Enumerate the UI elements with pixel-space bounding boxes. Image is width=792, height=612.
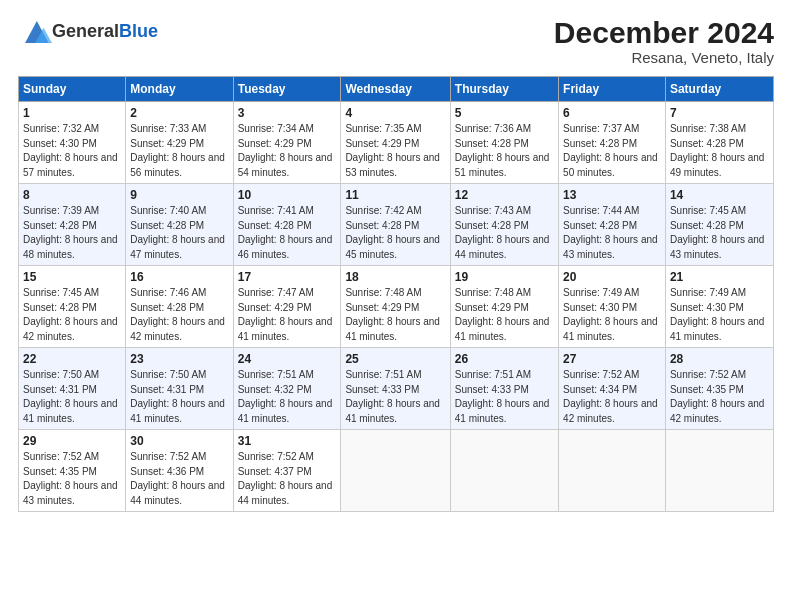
day-number: 11 bbox=[345, 188, 445, 202]
calendar-cell: 17 Sunrise: 7:47 AM Sunset: 4:29 PM Dayl… bbox=[233, 266, 341, 348]
calendar-cell: 24 Sunrise: 7:51 AM Sunset: 4:32 PM Dayl… bbox=[233, 348, 341, 430]
calendar-cell: 4 Sunrise: 7:35 AM Sunset: 4:29 PM Dayli… bbox=[341, 102, 450, 184]
calendar-cell: 5 Sunrise: 7:36 AM Sunset: 4:28 PM Dayli… bbox=[450, 102, 558, 184]
day-number: 28 bbox=[670, 352, 769, 366]
calendar-cell: 6 Sunrise: 7:37 AM Sunset: 4:28 PM Dayli… bbox=[559, 102, 666, 184]
day-number: 8 bbox=[23, 188, 121, 202]
day-info: Sunrise: 7:33 AM Sunset: 4:29 PM Dayligh… bbox=[130, 122, 228, 180]
calendar-cell: 21 Sunrise: 7:49 AM Sunset: 4:30 PM Dayl… bbox=[665, 266, 773, 348]
day-info: Sunrise: 7:39 AM Sunset: 4:28 PM Dayligh… bbox=[23, 204, 121, 262]
calendar-cell: 22 Sunrise: 7:50 AM Sunset: 4:31 PM Dayl… bbox=[19, 348, 126, 430]
calendar-cell: 19 Sunrise: 7:48 AM Sunset: 4:29 PM Dayl… bbox=[450, 266, 558, 348]
day-number: 31 bbox=[238, 434, 337, 448]
day-info: Sunrise: 7:41 AM Sunset: 4:28 PM Dayligh… bbox=[238, 204, 337, 262]
calendar-cell: 14 Sunrise: 7:45 AM Sunset: 4:28 PM Dayl… bbox=[665, 184, 773, 266]
calendar-cell bbox=[341, 430, 450, 512]
day-number: 6 bbox=[563, 106, 661, 120]
calendar-cell: 31 Sunrise: 7:52 AM Sunset: 4:37 PM Dayl… bbox=[233, 430, 341, 512]
day-number: 29 bbox=[23, 434, 121, 448]
calendar-subtitle: Resana, Veneto, Italy bbox=[554, 49, 774, 66]
col-wednesday: Wednesday bbox=[341, 77, 450, 102]
day-number: 22 bbox=[23, 352, 121, 366]
day-info: Sunrise: 7:48 AM Sunset: 4:29 PM Dayligh… bbox=[455, 286, 554, 344]
calendar-cell: 28 Sunrise: 7:52 AM Sunset: 4:35 PM Dayl… bbox=[665, 348, 773, 430]
page: GeneralBlue December 2024 Resana, Veneto… bbox=[0, 0, 792, 612]
day-info: Sunrise: 7:52 AM Sunset: 4:35 PM Dayligh… bbox=[23, 450, 121, 508]
day-info: Sunrise: 7:37 AM Sunset: 4:28 PM Dayligh… bbox=[563, 122, 661, 180]
day-info: Sunrise: 7:49 AM Sunset: 4:30 PM Dayligh… bbox=[563, 286, 661, 344]
day-number: 10 bbox=[238, 188, 337, 202]
logo-icon bbox=[20, 16, 52, 48]
day-number: 26 bbox=[455, 352, 554, 366]
day-info: Sunrise: 7:52 AM Sunset: 4:35 PM Dayligh… bbox=[670, 368, 769, 426]
day-number: 7 bbox=[670, 106, 769, 120]
day-info: Sunrise: 7:52 AM Sunset: 4:36 PM Dayligh… bbox=[130, 450, 228, 508]
col-sunday: Sunday bbox=[19, 77, 126, 102]
day-number: 15 bbox=[23, 270, 121, 284]
day-info: Sunrise: 7:32 AM Sunset: 4:30 PM Dayligh… bbox=[23, 122, 121, 180]
calendar-cell: 25 Sunrise: 7:51 AM Sunset: 4:33 PM Dayl… bbox=[341, 348, 450, 430]
logo-blue-text: Blue bbox=[119, 21, 158, 41]
day-info: Sunrise: 7:50 AM Sunset: 4:31 PM Dayligh… bbox=[23, 368, 121, 426]
calendar-week-row: 8 Sunrise: 7:39 AM Sunset: 4:28 PM Dayli… bbox=[19, 184, 774, 266]
calendar-cell: 8 Sunrise: 7:39 AM Sunset: 4:28 PM Dayli… bbox=[19, 184, 126, 266]
day-number: 21 bbox=[670, 270, 769, 284]
header: GeneralBlue December 2024 Resana, Veneto… bbox=[18, 16, 774, 66]
calendar-week-row: 15 Sunrise: 7:45 AM Sunset: 4:28 PM Dayl… bbox=[19, 266, 774, 348]
day-number: 17 bbox=[238, 270, 337, 284]
calendar-cell: 27 Sunrise: 7:52 AM Sunset: 4:34 PM Dayl… bbox=[559, 348, 666, 430]
col-saturday: Saturday bbox=[665, 77, 773, 102]
day-number: 3 bbox=[238, 106, 337, 120]
day-info: Sunrise: 7:49 AM Sunset: 4:30 PM Dayligh… bbox=[670, 286, 769, 344]
day-number: 9 bbox=[130, 188, 228, 202]
calendar-cell bbox=[450, 430, 558, 512]
day-info: Sunrise: 7:42 AM Sunset: 4:28 PM Dayligh… bbox=[345, 204, 445, 262]
calendar-cell bbox=[665, 430, 773, 512]
day-number: 13 bbox=[563, 188, 661, 202]
calendar-cell bbox=[559, 430, 666, 512]
day-info: Sunrise: 7:52 AM Sunset: 4:37 PM Dayligh… bbox=[238, 450, 337, 508]
calendar-cell: 1 Sunrise: 7:32 AM Sunset: 4:30 PM Dayli… bbox=[19, 102, 126, 184]
day-info: Sunrise: 7:48 AM Sunset: 4:29 PM Dayligh… bbox=[345, 286, 445, 344]
calendar-cell: 12 Sunrise: 7:43 AM Sunset: 4:28 PM Dayl… bbox=[450, 184, 558, 266]
day-number: 20 bbox=[563, 270, 661, 284]
day-info: Sunrise: 7:51 AM Sunset: 4:33 PM Dayligh… bbox=[455, 368, 554, 426]
day-number: 4 bbox=[345, 106, 445, 120]
calendar-table: Sunday Monday Tuesday Wednesday Thursday… bbox=[18, 76, 774, 512]
day-info: Sunrise: 7:51 AM Sunset: 4:32 PM Dayligh… bbox=[238, 368, 337, 426]
calendar-cell: 7 Sunrise: 7:38 AM Sunset: 4:28 PM Dayli… bbox=[665, 102, 773, 184]
calendar-header-row: Sunday Monday Tuesday Wednesday Thursday… bbox=[19, 77, 774, 102]
day-number: 25 bbox=[345, 352, 445, 366]
day-info: Sunrise: 7:40 AM Sunset: 4:28 PM Dayligh… bbox=[130, 204, 228, 262]
day-number: 2 bbox=[130, 106, 228, 120]
calendar-week-row: 29 Sunrise: 7:52 AM Sunset: 4:35 PM Dayl… bbox=[19, 430, 774, 512]
day-number: 24 bbox=[238, 352, 337, 366]
day-number: 27 bbox=[563, 352, 661, 366]
calendar-cell: 18 Sunrise: 7:48 AM Sunset: 4:29 PM Dayl… bbox=[341, 266, 450, 348]
day-info: Sunrise: 7:50 AM Sunset: 4:31 PM Dayligh… bbox=[130, 368, 228, 426]
day-info: Sunrise: 7:45 AM Sunset: 4:28 PM Dayligh… bbox=[670, 204, 769, 262]
calendar-title: December 2024 bbox=[554, 16, 774, 49]
day-info: Sunrise: 7:44 AM Sunset: 4:28 PM Dayligh… bbox=[563, 204, 661, 262]
day-info: Sunrise: 7:35 AM Sunset: 4:29 PM Dayligh… bbox=[345, 122, 445, 180]
calendar-cell: 16 Sunrise: 7:46 AM Sunset: 4:28 PM Dayl… bbox=[126, 266, 233, 348]
day-info: Sunrise: 7:43 AM Sunset: 4:28 PM Dayligh… bbox=[455, 204, 554, 262]
day-number: 19 bbox=[455, 270, 554, 284]
calendar-cell: 10 Sunrise: 7:41 AM Sunset: 4:28 PM Dayl… bbox=[233, 184, 341, 266]
day-info: Sunrise: 7:51 AM Sunset: 4:33 PM Dayligh… bbox=[345, 368, 445, 426]
day-info: Sunrise: 7:46 AM Sunset: 4:28 PM Dayligh… bbox=[130, 286, 228, 344]
day-info: Sunrise: 7:34 AM Sunset: 4:29 PM Dayligh… bbox=[238, 122, 337, 180]
day-number: 1 bbox=[23, 106, 121, 120]
calendar-cell: 13 Sunrise: 7:44 AM Sunset: 4:28 PM Dayl… bbox=[559, 184, 666, 266]
calendar-cell: 9 Sunrise: 7:40 AM Sunset: 4:28 PM Dayli… bbox=[126, 184, 233, 266]
calendar-cell: 15 Sunrise: 7:45 AM Sunset: 4:28 PM Dayl… bbox=[19, 266, 126, 348]
day-number: 5 bbox=[455, 106, 554, 120]
day-info: Sunrise: 7:38 AM Sunset: 4:28 PM Dayligh… bbox=[670, 122, 769, 180]
col-monday: Monday bbox=[126, 77, 233, 102]
calendar-cell: 23 Sunrise: 7:50 AM Sunset: 4:31 PM Dayl… bbox=[126, 348, 233, 430]
calendar-cell: 11 Sunrise: 7:42 AM Sunset: 4:28 PM Dayl… bbox=[341, 184, 450, 266]
logo: GeneralBlue bbox=[18, 16, 158, 48]
day-number: 16 bbox=[130, 270, 228, 284]
col-friday: Friday bbox=[559, 77, 666, 102]
calendar-cell: 20 Sunrise: 7:49 AM Sunset: 4:30 PM Dayl… bbox=[559, 266, 666, 348]
